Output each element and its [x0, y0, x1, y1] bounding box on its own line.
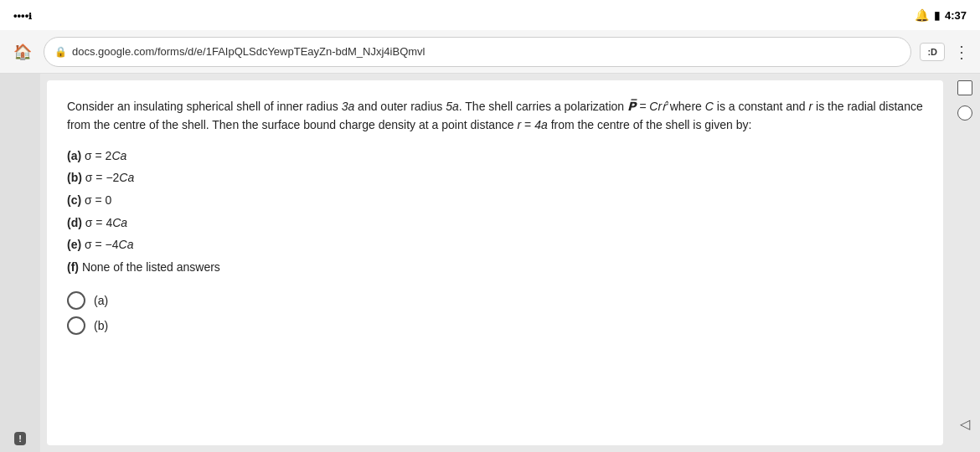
- notification-badge[interactable]: !: [14, 432, 26, 445]
- content-area: Consider an insulating spherical shell o…: [47, 80, 943, 445]
- radio-b[interactable]: [67, 316, 85, 335]
- browser-chrome: 🏠 🔒 docs.google.com/forms/d/e/1FAIpQLSdc…: [0, 30, 980, 74]
- status-bar: ••••ℹ 🔔 ▮ 4:37: [0, 0, 980, 30]
- bell-icon: 🔔: [915, 8, 929, 22]
- address-bar[interactable]: 🔒 docs.google.com/forms/d/e/1FAIpQLSdcYe…: [44, 37, 911, 67]
- checkbox-item[interactable]: [957, 80, 972, 95]
- home-button[interactable]: 🏠: [10, 39, 35, 64]
- question-text: Consider an insulating spherical shell o…: [67, 97, 923, 135]
- browser-actions: :D ⋮: [920, 42, 970, 62]
- right-sidebar: ◁: [950, 74, 980, 452]
- more-options-icon[interactable]: ⋮: [953, 42, 970, 62]
- battery-icon: ▮: [934, 9, 940, 22]
- option-e: (e) σ = −4Ca: [67, 234, 923, 256]
- signal-area: ••••ℹ: [13, 9, 32, 22]
- screen-mode-icon[interactable]: :D: [920, 43, 945, 61]
- option-d: (d) σ = 4Ca: [67, 212, 923, 234]
- radio-item-right[interactable]: [957, 105, 972, 121]
- answer-label-a: (a): [94, 294, 108, 307]
- url-text: docs.google.com/forms/d/e/1FAIpQLSdcYewp…: [72, 45, 425, 58]
- answer-label-b: (b): [94, 319, 108, 332]
- lock-icon: 🔒: [54, 46, 67, 58]
- option-f: (f) None of the listed answers: [67, 256, 923, 279]
- home-icon: 🏠: [13, 44, 32, 60]
- main-area: ! Consider an insulating spherical shell…: [0, 74, 980, 452]
- options-list: (a) σ = 2Ca (b) σ = −2Ca (c) σ = 0 (d) σ…: [67, 145, 923, 279]
- left-sidebar: !: [0, 74, 40, 452]
- option-b: (b) σ = −2Ca: [67, 167, 923, 189]
- time-battery-area: 🔔 ▮ 4:37: [915, 8, 967, 22]
- option-c: (c) σ = 0: [67, 189, 923, 212]
- answer-row-b[interactable]: (b): [67, 316, 923, 335]
- signal-icon: ••••ℹ: [13, 9, 32, 22]
- back-arrow-icon[interactable]: ◁: [960, 416, 970, 432]
- answer-options: (a) (b): [67, 291, 923, 335]
- time-display: 4:37: [945, 9, 967, 22]
- answer-row-a[interactable]: (a): [67, 291, 923, 310]
- radio-a[interactable]: [67, 291, 85, 310]
- option-a: (a) σ = 2Ca: [67, 145, 923, 167]
